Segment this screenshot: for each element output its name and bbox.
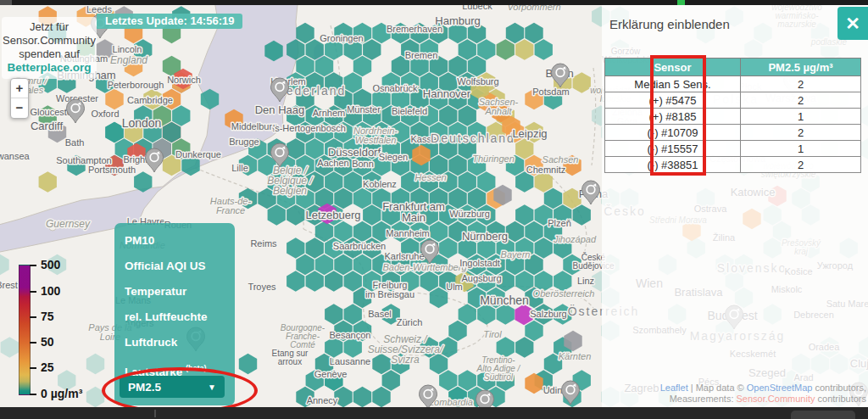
map-label: Potsdam xyxy=(532,87,569,97)
leaflet-link[interactable]: Leaflet xyxy=(660,383,688,393)
taskbar-divider xyxy=(154,410,156,417)
map-label: Oberösterreich xyxy=(533,288,595,299)
donation-line: Jetzt für xyxy=(2,20,97,34)
map-label: Saarbrücken xyxy=(333,241,386,251)
map-label: Brugge xyxy=(229,137,259,147)
map-label: Münster xyxy=(347,104,381,115)
map-label: Plzeň xyxy=(548,218,571,228)
map-label: Bonn xyxy=(352,159,374,169)
map-label: Dunkerque xyxy=(175,149,221,159)
table-row: Median 5 Sens.2 xyxy=(605,76,861,92)
value-cell: 1 xyxy=(741,109,861,125)
map-label: Würzburg xyxy=(449,209,490,219)
layer-menu-item[interactable]: Official AQI US xyxy=(125,254,235,279)
sensor-id-cell[interactable]: (+) #5475 xyxy=(605,92,741,109)
donation-line: Sensor.Community xyxy=(2,34,97,47)
osm-link[interactable]: OpenStreetMap xyxy=(747,383,813,393)
sensor-id-cell[interactable]: (-) #38851 xyxy=(605,157,741,173)
table-row: (-) #107092 xyxy=(605,125,861,141)
value-cell: 2 xyxy=(741,76,861,92)
map-label: Bayern xyxy=(501,249,531,260)
value-cell: 2 xyxy=(741,125,861,141)
map-label: Groningen xyxy=(320,33,363,43)
sensor-community-link[interactable]: Sensor.Community xyxy=(737,394,815,404)
map-label: Reims xyxy=(250,238,277,249)
sensor-table: SensorPM2.5 µg/m³ Median 5 Sens.2(+) #54… xyxy=(604,58,861,173)
map-zoom-control: + − xyxy=(10,78,29,119)
map-label: Lincoln xyxy=(113,44,142,54)
top-bar-segment xyxy=(0,0,12,5)
map-label: Siegen xyxy=(379,152,408,162)
last-update-badge: Letztes Update: 14:56:19 xyxy=(97,14,242,29)
selected-layer-label: PM2.5 xyxy=(128,381,161,394)
map-label: Hessen xyxy=(415,172,446,182)
layer-menu-items: PM10Official AQI USTemperaturrel. Luftfe… xyxy=(125,228,235,355)
top-bar xyxy=(0,0,868,5)
map-label: Chemnitz xyxy=(526,165,565,175)
map-label: Guernsey xyxy=(46,218,91,230)
map-label: Middelburg xyxy=(231,121,277,131)
layer-menu-item[interactable]: PM10 xyxy=(125,228,235,254)
layer-menu-item[interactable]: rel. Luftfeuchte xyxy=(125,304,235,330)
close-button[interactable]: ✕ xyxy=(837,7,868,40)
map-label: Bremen xyxy=(405,50,438,60)
map-label: Ingolstadt xyxy=(459,258,500,268)
map-attribution: Leaflet | Map data © OpenStreetMap contr… xyxy=(660,383,866,404)
donation-box: Jetzt für Sensor.Community spenden auf B… xyxy=(2,17,97,79)
map-label: Salzburg xyxy=(530,309,566,319)
betterplace-link[interactable]: Betterplace.org xyxy=(2,61,97,75)
layer-menu-item[interactable]: Temperatur xyxy=(125,279,235,304)
map-label: Cardiff xyxy=(31,120,63,132)
table-row: (+) #81851 xyxy=(605,109,861,125)
taskbar xyxy=(0,407,868,419)
map-label: München xyxy=(480,293,529,307)
map-label: Troyes xyxy=(248,282,276,292)
taskbar-pill[interactable] xyxy=(791,411,855,419)
chevron-down-icon: ▼ xyxy=(208,383,216,392)
map-label: Wolfsburg xyxy=(457,76,498,87)
map-label: Lausanne xyxy=(330,356,370,366)
table-header-cell: PM2.5 µg/m³ xyxy=(741,59,861,76)
table-header-cell: Sensor xyxy=(605,59,741,76)
map-label: Sachsen xyxy=(542,154,579,165)
map-label: Peterborough xyxy=(108,80,164,90)
explanation-panel: Erklärung einblenden ✕ SensorPM2.5 µg/m³… xyxy=(602,5,868,407)
map-label: Nürnberg xyxy=(462,230,508,243)
map-label: Tirol xyxy=(483,329,502,339)
map-label: Bath xyxy=(65,137,85,148)
panel-title[interactable]: Erklärung einblenden xyxy=(609,17,730,31)
sensor-id-cell: Median 5 Sens. xyxy=(605,76,741,92)
map-label: Norwich xyxy=(167,75,201,85)
map-label: Nordrhein-Westfalen xyxy=(353,126,398,145)
map-label: Lille xyxy=(231,163,248,173)
map-label: Annecy xyxy=(307,395,338,405)
map-label: Zürich xyxy=(397,317,423,327)
layer-menu: PM10Official AQI USTemperaturrel. Luftfe… xyxy=(114,223,235,405)
layer-selected-dropdown[interactable]: PM2.5 ▼ xyxy=(120,376,225,398)
donation-line: spenden auf xyxy=(2,47,97,61)
map-label: Linz xyxy=(577,276,594,286)
sensor-id-cell[interactable]: (+) #8185 xyxy=(605,109,741,125)
zoom-in-button[interactable]: + xyxy=(11,79,28,98)
map-label: Leipzig xyxy=(512,127,547,140)
map-label: Jihozápad xyxy=(553,234,597,244)
map-label: Letzebuerg xyxy=(305,209,360,221)
map-label: Genève xyxy=(314,369,348,379)
layer-menu-item[interactable]: Luftdruck xyxy=(125,330,235,355)
map-label: Ulm xyxy=(446,282,463,292)
table-row: (+) #54752 xyxy=(605,92,861,109)
map-label: Kärnten xyxy=(559,351,592,361)
sensor-id-cell[interactable]: (-) #15557 xyxy=(605,141,741,157)
map-label: Osnabrück xyxy=(372,83,418,93)
map-label: London xyxy=(122,116,162,130)
map-label: Besançon xyxy=(330,330,371,340)
map-label: Baden-Württemberg xyxy=(382,262,467,272)
sensor-id-cell[interactable]: (-) #10709 xyxy=(605,125,741,141)
sensor-table-body: Median 5 Sens.2(+) #54752(+) #81851(-) #… xyxy=(605,76,861,173)
map-label: 's-Hertogenbosch xyxy=(273,123,346,133)
beta-superscript: (beta) xyxy=(186,364,207,372)
zoom-out-button[interactable]: − xyxy=(11,98,28,117)
value-cell: 1 xyxy=(741,141,861,157)
map-label: Brest xyxy=(0,280,18,290)
table-row: (-) #155571 xyxy=(605,141,861,157)
